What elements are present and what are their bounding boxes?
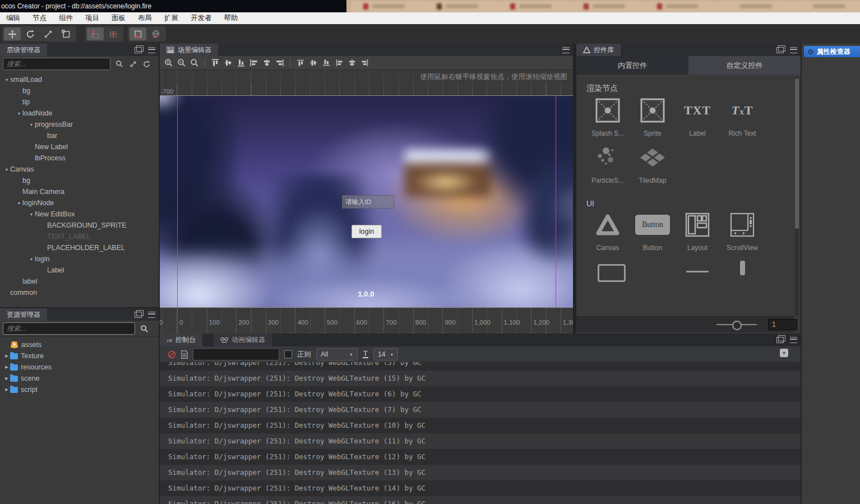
tree-expand-arrow[interactable]: ▼	[28, 123, 35, 127]
menu-item-布局[interactable]: 布局	[132, 12, 158, 24]
library-item-particles[interactable]: ParticleS...	[585, 143, 630, 184]
collapse-logs-icon[interactable]: ▼	[780, 349, 788, 357]
log-file-icon[interactable]	[181, 350, 188, 359]
library-item-button[interactable]: ButtonButton	[630, 210, 675, 252]
library-tab-custom[interactable]: 自定义控件	[688, 56, 801, 75]
align-top-icon[interactable]	[210, 57, 221, 68]
rect-tool-button[interactable]	[58, 27, 75, 40]
library-tab-builtin[interactable]: 内置控件	[576, 56, 688, 75]
scene-viewport[interactable]: 请输入ID login 1.0.0	[160, 96, 573, 307]
search-icon[interactable]	[115, 59, 124, 68]
tab-hierarchy[interactable]: 层级管理器	[0, 44, 47, 56]
console-log-row[interactable]: Simulator: D/jswrapper (251): Destroy We…	[160, 371, 801, 386]
tab-console[interactable]: ›≡ 控制台	[160, 334, 202, 346]
dist-top-icon[interactable]	[295, 57, 306, 68]
tree-node-main-camera[interactable]: Main Camera	[0, 186, 159, 197]
zoom-in-icon[interactable]	[163, 57, 174, 68]
menu-item-扩展[interactable]: 扩展	[158, 12, 184, 24]
scene-id-input-widget[interactable]: 请输入ID	[342, 195, 394, 209]
gizmo-local-button[interactable]	[130, 27, 146, 40]
dist-vcenter-icon[interactable]	[308, 57, 319, 68]
search-icon[interactable]	[140, 324, 149, 333]
tree-expand-arrow[interactable]: ▶	[3, 365, 10, 369]
dist-right-icon[interactable]	[359, 57, 371, 68]
library-item-layout[interactable]: Layout	[675, 210, 720, 252]
tree-expand-arrow[interactable]: ▼	[3, 78, 10, 82]
tree-node-label[interactable]: label	[0, 276, 159, 287]
tree-expand-arrow[interactable]: ▼	[28, 257, 35, 261]
tab-control-library[interactable]: 控件库	[576, 44, 621, 56]
library-zoom-value[interactable]: 1	[768, 319, 797, 330]
dist-left-icon[interactable]	[334, 57, 345, 68]
tree-expand-arrow[interactable]: ▼	[16, 201, 22, 205]
console-log-row[interactable]: Simulator: D/jswrapper (251): Destroy We…	[160, 496, 801, 504]
menu-item-编辑[interactable]: 编辑	[0, 12, 26, 24]
scene-login-button-widget[interactable]: login	[352, 225, 382, 238]
console-log-row[interactable]: Simulator: D/jswrapper (251): Destroy We…	[160, 386, 801, 402]
align-right-icon[interactable]	[274, 57, 285, 68]
assets-search-input[interactable]	[3, 322, 135, 335]
align-bottom-icon[interactable]	[235, 57, 247, 68]
tree-expand-arrow[interactable]: ▶	[3, 387, 10, 392]
console-log-row[interactable]: Simulator: D/jswrapper (251): Destroy We…	[160, 418, 801, 433]
library-item-scrollview[interactable]: ScrollView	[720, 210, 765, 252]
tree-node-loginnode[interactable]: ▼loginNode	[0, 197, 159, 209]
library-item-sprite[interactable]: Sprite	[630, 96, 675, 137]
menu-item-组件[interactable]: 组件	[53, 12, 79, 24]
panel-menu-icon[interactable]	[147, 311, 155, 318]
zoom-out-icon[interactable]	[176, 57, 187, 68]
expand-all-icon[interactable]	[128, 59, 137, 68]
tree-node-bg[interactable]: bg	[0, 85, 159, 96]
align-vcenter-icon[interactable]	[223, 57, 234, 68]
library-item-tiledmap[interactable]: TiledMap	[630, 143, 675, 184]
float-panel-icon[interactable]	[776, 336, 784, 344]
clear-console-icon[interactable]	[168, 350, 176, 359]
tree-node-bar[interactable]: bar	[0, 130, 159, 141]
gizmo-global-button[interactable]	[147, 27, 164, 40]
tree-expand-arrow[interactable]: ▶	[3, 376, 10, 381]
asset-node-script[interactable]: ▶script	[0, 384, 159, 395]
log-level-dropdown[interactable]: All▼	[316, 348, 358, 360]
console-log-row[interactable]: Simulator: D/jswrapper (251): Destroy We…	[160, 402, 801, 418]
panel-menu-icon[interactable]	[789, 336, 797, 344]
console-log-area[interactable]: Simulator: D/jswrapper (251): Destroy We…	[160, 362, 801, 504]
console-filter-input[interactable]	[193, 348, 279, 360]
tree-node-label[interactable]: Label	[0, 265, 159, 276]
tree-node-progressbar[interactable]: ▼progressBar	[0, 119, 159, 130]
tree-node-bg[interactable]: bg	[0, 175, 159, 186]
asset-node-scene[interactable]: ▶scene	[0, 373, 159, 384]
tree-node-new-label[interactable]: New Label	[0, 141, 159, 152]
tab-animation-editor[interactable]: 动画编辑器	[214, 334, 272, 346]
tree-node-text_label[interactable]: TEXT_LABEL	[0, 231, 159, 242]
console-log-row[interactable]: Simulator: D/jswrapper (251): Destroy We…	[160, 433, 801, 449]
library-scrollbar[interactable]	[795, 76, 799, 316]
anchor-grid-button[interactable]	[87, 27, 104, 40]
align-hcenter-icon[interactable]	[261, 57, 272, 68]
hierarchy-search-input[interactable]	[3, 58, 110, 70]
console-log-row[interactable]: Simulator: D/jswrapper (251): Destroy We…	[160, 480, 801, 496]
tree-node-common[interactable]: common	[0, 287, 159, 298]
library-item-richtext[interactable]: TxTRich Text	[720, 96, 765, 137]
tree-node-tip[interactable]: tip	[0, 96, 159, 108]
tree-node-smallload[interactable]: ▼smallLoad	[0, 74, 159, 85]
tab-scene-editor[interactable]: 场景编辑器	[160, 44, 218, 56]
menu-item-节点[interactable]: 节点	[26, 12, 53, 24]
scale-tool-button[interactable]	[40, 27, 57, 40]
console-log-row[interactable]: Simulator: D/jswrapper (251): Destroy We…	[160, 449, 801, 465]
tree-expand-arrow[interactable]: ▼	[16, 112, 22, 115]
library-scrollbar-thumb[interactable]	[795, 78, 799, 229]
asset-node-resources[interactable]: ▶resources	[0, 362, 159, 373]
tree-node-canvas[interactable]: ▼Canvas	[0, 164, 159, 175]
tree-expand-arrow[interactable]: ▼	[28, 212, 35, 216]
tree-node-lbprocess[interactable]: lbProcess	[0, 152, 159, 164]
move-tool-button[interactable]	[4, 27, 21, 40]
tree-node-new-editbox[interactable]: ▼New EditBox	[0, 209, 159, 220]
regex-checkbox[interactable]	[284, 350, 292, 358]
menu-item-开发者[interactable]: 开发者	[184, 12, 218, 24]
font-size-dropdown[interactable]: 14▼	[373, 348, 398, 360]
rotate-tool-button[interactable]	[22, 27, 39, 40]
menu-item-项目[interactable]: 项目	[79, 12, 105, 24]
tab-assets[interactable]: 资源管理器	[0, 308, 47, 321]
tree-node-background_sprite[interactable]: BACKGROUND_SPRITE	[0, 220, 159, 231]
tree-node-placeholder_label[interactable]: PLACEHOLDER_LABEL	[0, 242, 159, 253]
